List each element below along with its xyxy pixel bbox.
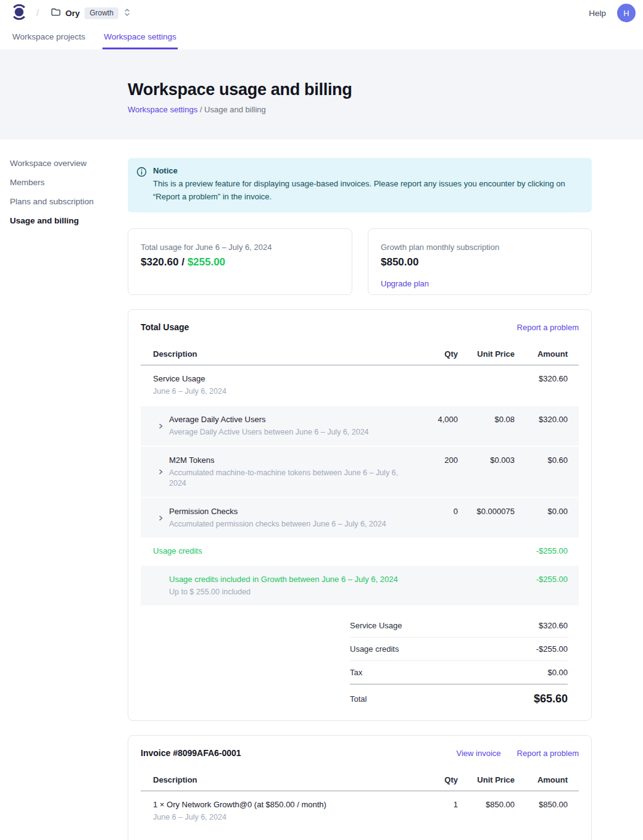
summary-label: Tax [350,668,362,677]
tab[interactable]: Workspace settings [102,26,178,49]
info-icon [136,166,147,203]
upgrade-plan-link[interactable]: Upgrade plan [381,279,429,288]
total-value: $65.60 [534,692,568,705]
row-title: Permission Checks [169,506,386,517]
table-row: Usage credits -$255.00 [141,538,579,565]
row-amount: -$255.00 [515,574,568,585]
report-problem-link[interactable]: Report a problem [517,749,579,758]
usage-separator: / [178,256,187,268]
summary-row: Usage credits -$255.00 [350,638,568,661]
workspace-name: Ory [65,9,80,18]
summary-value: $0.00 [547,668,568,677]
row-title: Average Daily Active Users [169,414,369,425]
breadcrumb: Workspace settings / Usage and billing [128,105,592,114]
chevron-right-icon[interactable] [157,423,164,430]
ory-logo[interactable] [12,3,26,23]
row-title: Usage credits [153,546,202,557]
total-label: Total [350,694,367,704]
summary-row: Tax $0.00 [350,661,568,684]
row-title: Service Usage [153,373,226,385]
usage-summary: Service Usage $320.60 Usage credits -$25… [350,614,568,718]
table-row: Permission Checks Accumulated permission… [141,498,579,538]
help-link[interactable]: Help [589,9,606,18]
row-description: 1 × Ory Network Growth@0 (at $850.00 / m… [141,799,415,823]
usage-table-header: Description Qty Unit Price Amount [141,346,579,365]
row-unit-price: $0.003 [458,455,515,466]
invoice-panel-title: Invoice #8099AFA6-0001 [141,748,241,758]
breadcrumb-slash: / [36,8,39,18]
total-usage-value: $320.60 / $255.00 [141,256,339,268]
row-amount: -$255.00 [515,546,568,557]
sidebar-item[interactable]: Usage and billing [10,215,79,227]
sidebar-item-label: Plans and subscription [10,197,94,206]
row-title: Usage credits included in Growth between… [169,574,398,585]
row-qty: 200 [415,455,458,466]
usage-total-row: Total $65.60 [350,684,568,718]
invoice-table: Description Qty Unit Price Amount 1 × Or… [141,771,579,831]
row-amount: $0.60 [515,455,568,466]
view-invoice-link[interactable]: View invoice [457,749,501,758]
notice-banner: Notice This is a preview feature for dis… [128,158,592,212]
notice-title: Notice [153,166,579,175]
row-qty: 1 [415,799,458,810]
folder-icon [51,8,60,18]
usage-table-body: Service Usage June 6 – July 6, 2024 $320… [141,365,579,605]
top-bar: / Ory Growth Help H [0,0,643,26]
table-row: 1 × Ory Network Growth@0 (at $850.00 / m… [141,791,579,831]
col-unit-price: Unit Price [458,349,515,359]
sidebar-item[interactable]: Members [10,177,44,188]
report-problem-link[interactable]: Report a problem [517,323,579,332]
user-avatar[interactable]: H [617,4,636,22]
row-subtitle: June 6 – July 6, 2024 [153,812,326,823]
row-qty: 4,000 [415,414,458,425]
table-row: Usage credits included in Growth between… [141,566,579,605]
col-description: Description [141,349,415,359]
subscription-card: Growth plan monthly subscription $850.00… [368,228,592,295]
row-amount: $850.00 [515,799,568,810]
chevron-right-icon[interactable] [157,468,164,475]
row-unit-price: $0.08 [458,414,515,425]
tab-label: Workspace projects [12,32,85,41]
summary-value: -$255.00 [536,644,568,654]
sidebar-item[interactable]: Plans and subscription [10,196,94,207]
row-subtitle: June 6 – July 6, 2024 [153,386,226,397]
col-unit-price: Unit Price [458,775,515,784]
workspace-tabs: Workspace projects Workspace settings [0,26,643,49]
col-amount: Amount [515,775,568,784]
total-usage-card: Total usage for June 6 – July 6, 2024 $3… [128,228,352,295]
breadcrumb-current: Usage and billing [204,105,266,114]
tab[interactable]: Workspace projects [11,26,86,49]
breadcrumb-link[interactable]: Workspace settings [128,105,197,114]
page-title: Workspace usage and billing [128,80,592,99]
table-row: M2M Tokens Accumulated machine-to-machin… [141,447,579,497]
col-description: Description [141,775,415,784]
subscription-amount: $850.00 [381,256,579,268]
row-description: Average Daily Active Users Average Daily… [141,414,415,438]
breadcrumb-separator: / [200,105,204,114]
row-unit-price: $850.00 [458,799,515,810]
usage-used-amount: $320.60 [141,256,178,268]
usage-table: Description Qty Unit Price Amount Servic… [141,346,579,605]
page-hero: Workspace usage and billing Workspace se… [0,49,643,139]
row-amount: $320.00 [515,414,568,425]
chevron-right-icon[interactable] [157,515,164,522]
chevron-updown-icon [123,7,131,19]
summary-label: Service Usage [350,621,402,630]
table-row: Service Usage June 6 – July 6, 2024 $320… [141,365,579,405]
plan-badge: Growth [85,7,118,19]
invoice-table-header: Description Qty Unit Price Amount [141,771,579,791]
sidebar-item-label: Members [10,178,44,187]
row-title: M2M Tokens [169,455,415,466]
row-description: Service Usage June 6 – July 6, 2024 [141,373,415,397]
invoice-panel: Invoice #8099AFA6-0001 View invoice Repo… [128,735,592,840]
col-qty: Qty [415,775,458,784]
summary-label: Usage credits [350,644,399,654]
table-row: Average Daily Active Users Average Daily… [141,406,579,446]
summary-value: $320.60 [539,621,568,630]
row-subtitle: Average Daily Active Users between June … [169,427,369,438]
sidebar-item-label: Workspace overview [10,159,86,168]
row-amount: $0.00 [515,506,568,517]
workspace-switcher[interactable]: Ory Growth [51,7,131,19]
sidebar-item[interactable]: Workspace overview [10,158,86,169]
subscription-label: Growth plan monthly subscription [381,243,579,252]
